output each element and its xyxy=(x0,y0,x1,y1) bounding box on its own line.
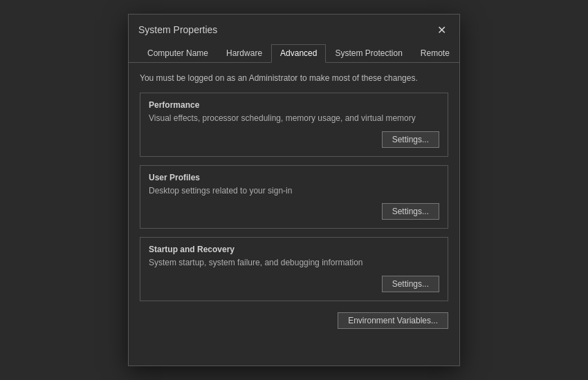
startup-recovery-btn-row: Settings... xyxy=(149,276,439,292)
startup-recovery-description: System startup, system failure, and debu… xyxy=(149,257,439,269)
user-profiles-title: User Profiles xyxy=(149,173,439,182)
user-profiles-btn-row: Settings... xyxy=(149,203,439,220)
system-properties-dialog: System Properties ✕ Computer Name Hardwa… xyxy=(128,14,460,366)
tab-bar: Computer Name Hardware Advanced System P… xyxy=(129,38,459,63)
performance-section: Performance Visual effects, processor sc… xyxy=(140,93,448,157)
tab-advanced[interactable]: Advanced xyxy=(271,44,326,63)
performance-settings-button[interactable]: Settings... xyxy=(382,131,439,148)
performance-btn-row: Settings... xyxy=(149,131,439,148)
user-profiles-description: Desktop settings related to your sign-in xyxy=(149,185,439,197)
tab-system-protection[interactable]: System Protection xyxy=(326,44,411,63)
title-bar: System Properties ✕ xyxy=(129,15,459,38)
tab-hardware[interactable]: Hardware xyxy=(217,44,271,63)
startup-recovery-settings-button[interactable]: Settings... xyxy=(382,276,439,292)
startup-recovery-section: Startup and Recovery System startup, sys… xyxy=(140,237,448,301)
tab-content: You must be logged on as an Administrato… xyxy=(129,63,459,365)
environment-variables-button[interactable]: Environment Variables... xyxy=(338,312,448,329)
environment-variables-row: Environment Variables... xyxy=(140,312,448,329)
close-button[interactable]: ✕ xyxy=(433,21,450,38)
user-profiles-settings-button[interactable]: Settings... xyxy=(382,203,439,220)
performance-description: Visual effects, processor scheduling, me… xyxy=(149,113,439,124)
user-profiles-section: User Profiles Desktop settings related t… xyxy=(140,165,448,229)
dialog-title: System Properties xyxy=(138,24,217,35)
backdrop: System Properties ✕ Computer Name Hardwa… xyxy=(0,0,588,380)
tab-computer-name[interactable]: Computer Name xyxy=(138,44,217,63)
startup-recovery-title: Startup and Recovery xyxy=(149,245,439,254)
tab-remote[interactable]: Remote xyxy=(412,44,459,63)
admin-notice: You must be logged on as an Administrato… xyxy=(140,73,448,84)
performance-title: Performance xyxy=(149,100,439,110)
